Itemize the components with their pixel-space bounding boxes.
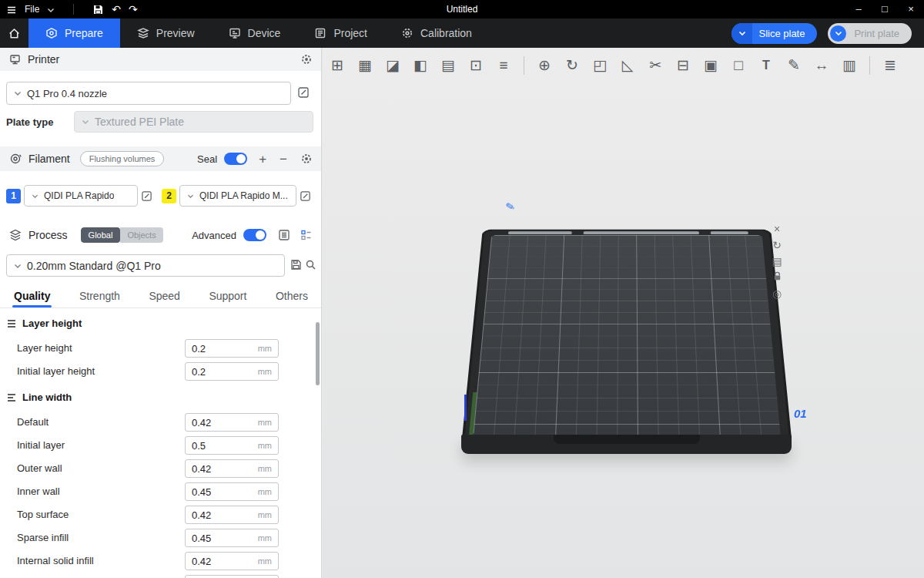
save-preset-icon[interactable] [290, 259, 302, 273]
filament-settings-gear-icon[interactable] [300, 153, 313, 165]
sidebar-scrollbar[interactable] [316, 322, 320, 385]
variable-layer-height-icon[interactable]: ⊟ [674, 52, 692, 79]
assembly-icon[interactable]: ▥ [840, 52, 859, 79]
setting-value[interactable]: 0.2 [192, 366, 206, 378]
advanced-toggle[interactable] [243, 229, 266, 241]
tab-strength[interactable]: Strength [78, 285, 122, 307]
filament-1-badge[interactable]: 1 [6, 189, 21, 203]
save-icon[interactable] [92, 3, 104, 15]
print-options-chevron-icon[interactable] [830, 25, 846, 42]
remove-filament-button[interactable]: − [280, 153, 287, 166]
add-plate-icon[interactable]: ⊞ [328, 52, 346, 79]
setting-value[interactable]: 0.45 [192, 533, 211, 544]
slice-plate-button[interactable]: Slice plate [732, 23, 817, 44]
plate-name-icon[interactable]: ▤ [769, 254, 785, 268]
split-plate-icon[interactable]: ◧ [411, 52, 430, 79]
tab-prepare[interactable]: Prepare [28, 18, 120, 48]
line-width-default-input[interactable]: 0.42 mm [185, 413, 279, 432]
tab-calibration[interactable]: Calibration [384, 18, 489, 48]
tab-speed[interactable]: Speed [147, 285, 181, 307]
setting-value[interactable]: 0.2 [192, 343, 206, 355]
tab-device[interactable]: Device [212, 18, 298, 48]
build-plate-surface[interactable] [473, 235, 781, 435]
setting-input[interactable] [185, 575, 279, 578]
parameter-list-icon[interactable] [278, 229, 290, 241]
plate-type-select[interactable]: Textured PEI Plate [74, 111, 313, 133]
tab-quality[interactable]: Quality [12, 285, 52, 307]
redo-icon[interactable]: ↷ [129, 0, 138, 18]
search-preset-icon[interactable] [305, 259, 316, 273]
filament-icon [9, 153, 22, 165]
printer-settings-gear-icon[interactable] [300, 53, 313, 66]
layers-stack-icon[interactable]: ≣ [881, 52, 899, 79]
refresh-plate-icon[interactable]: ↻ [769, 238, 785, 252]
line-width-internal-solid-input[interactable]: 0.42 mm [185, 552, 279, 570]
filament-2-badge[interactable]: 2 [162, 189, 176, 203]
setting-value[interactable]: 0.42 [192, 463, 211, 475]
filament-1-select[interactable]: QIDI PLA Rapido [24, 185, 138, 207]
flushing-volumes-button[interactable]: Flushing volumes [80, 151, 165, 166]
measure-icon[interactable]: ↔ [812, 52, 831, 79]
process-preset-select[interactable]: 0.20mm Standard @Q1 Pro [6, 254, 285, 277]
align-list-icon[interactable]: ≡ [494, 52, 513, 79]
scope-global-button[interactable]: Global [81, 227, 121, 243]
setting-unit: mm [258, 418, 272, 427]
close-button[interactable]: × [898, 0, 924, 18]
rotate-icon[interactable]: ↻ [563, 52, 581, 79]
plate-settings-icon[interactable]: ◎ [769, 287, 785, 301]
maximize-button[interactable]: □ [872, 0, 898, 18]
line-width-initial-layer-input[interactable]: 0.5 mm [185, 436, 279, 455]
build-plate-scene[interactable] [450, 156, 804, 510]
object-tree-icon[interactable] [300, 229, 313, 241]
file-menu-chevron-icon[interactable] [47, 4, 55, 15]
printer-preset-select[interactable]: Q1 Pro 0.4 nozzle [6, 82, 291, 105]
file-menu[interactable]: File [25, 4, 39, 15]
slice-options-chevron-icon[interactable] [732, 23, 752, 44]
add-filament-button[interactable]: + [259, 153, 266, 166]
tab-others[interactable]: Others [274, 285, 310, 307]
initial-layer-height-input[interactable]: 0.2 mm [185, 362, 279, 381]
sweep-plate-icon[interactable]: ◪ [383, 52, 402, 79]
line-width-outer-wall-input[interactable]: 0.42 mm [185, 459, 279, 478]
edit-printer-icon[interactable] [297, 86, 310, 101]
scope-objects-button[interactable]: Objects [120, 227, 162, 243]
line-width-inner-wall-input[interactable]: 0.45 mm [185, 482, 279, 501]
undo-icon[interactable]: ↶ [112, 0, 121, 18]
export-project-icon[interactable]: ⊡ [467, 52, 485, 79]
tab-project[interactable]: Project [297, 18, 384, 48]
setting-row: Internal solid infill 0.42 mm [0, 552, 316, 570]
export-doc-icon[interactable]: ▤ [439, 52, 457, 79]
setting-value[interactable]: 0.42 [192, 556, 211, 567]
move-icon[interactable]: ⊕ [535, 52, 554, 79]
line-width-top-surface-input[interactable]: 0.42 mm [185, 506, 279, 524]
tab-support[interactable]: Support [207, 285, 248, 307]
filament-2-select[interactable]: QIDI PLA Rapido M... [179, 185, 296, 207]
setting-value[interactable]: 0.42 [192, 509, 211, 521]
edit-filament-2-icon[interactable] [300, 190, 311, 202]
flushing-grid-icon[interactable]: ▦ [356, 52, 374, 79]
lay-flat-icon[interactable]: ◺ [618, 52, 637, 79]
cut-icon[interactable]: ✂ [646, 52, 665, 79]
delete-plate-icon[interactable]: × [769, 222, 785, 236]
edit-filament-1-icon[interactable] [141, 190, 152, 202]
lock-plate-icon[interactable] [769, 271, 785, 284]
app-menu-icon[interactable] [6, 3, 17, 15]
home-button[interactable] [0, 18, 28, 48]
setting-value[interactable]: 0.42 [192, 417, 211, 428]
seal-toggle[interactable] [224, 153, 247, 165]
line-width-sparse-infill-input[interactable]: 0.45 mm [185, 529, 279, 547]
minimize-button[interactable]: – [845, 0, 872, 18]
setting-value[interactable]: 0.45 [192, 486, 211, 498]
primitive-cube-icon[interactable]: □ [729, 52, 748, 79]
layer-height-input[interactable]: 0.2 mm [185, 339, 279, 358]
3d-viewport[interactable]: ⊞ ▦ ◪ ◧ ▤ ⊡ ≡ ⊕ ↻ ◰ ◺ ✂ ⊟ ▣ □ T ✎ ↔ ▥ ≣ [323, 48, 924, 578]
setting-value[interactable]: 0.5 [192, 440, 206, 452]
print-plate-button[interactable]: Print plate [828, 23, 912, 44]
mesh-edit-icon[interactable]: ▣ [701, 52, 720, 79]
build-plate[interactable] [461, 230, 792, 444]
setting-label: Initial layer [17, 439, 65, 451]
add-text-icon[interactable]: T [757, 52, 775, 79]
tab-preview[interactable]: Preview [120, 18, 212, 48]
paint-icon[interactable]: ✎ [785, 52, 803, 79]
scale-icon[interactable]: ◰ [591, 52, 609, 79]
